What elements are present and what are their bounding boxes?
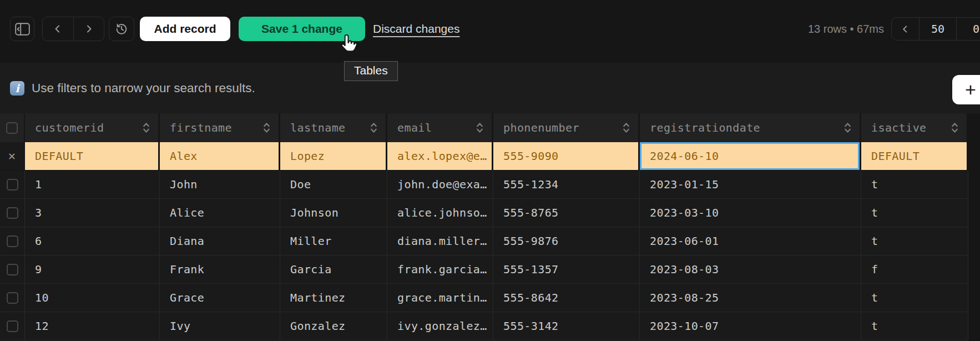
cell-lastname[interactable]: Garcia [280, 255, 387, 284]
cell-firstname[interactable]: Frank [160, 255, 280, 284]
cell-customerid[interactable]: 6 [25, 227, 160, 255]
toggle-sidebar-button[interactable] [10, 17, 34, 41]
cell-firstname[interactable]: Ivy [160, 312, 280, 340]
column-header-isactive[interactable]: isactive [861, 113, 968, 142]
sort-icon [476, 121, 484, 135]
sort-icon [142, 121, 150, 135]
chevron-left-icon [901, 24, 910, 34]
cell-phonenumber[interactable]: 555-8765 [493, 199, 640, 227]
page-size-input[interactable]: 50 [919, 18, 957, 40]
remove-new-row-cell: ✕ [0, 142, 25, 170]
cell-phonenumber[interactable]: 555-9876 [493, 227, 640, 255]
cell-registrationdate-selected[interactable]: 2024-06-10 [640, 142, 861, 170]
column-header-lastname[interactable]: lastname [280, 113, 387, 142]
cell-firstname[interactable]: Diana [160, 227, 280, 255]
cell-registrationdate[interactable]: 2023-01-15 [640, 170, 861, 199]
column-label: registrationdate [640, 121, 760, 134]
cell-isactive[interactable]: t [861, 312, 968, 340]
add-filter-button[interactable]: + [952, 75, 980, 104]
row-checkbox[interactable] [7, 235, 18, 247]
cell-firstname[interactable]: Grace [160, 284, 280, 312]
back-button[interactable] [43, 17, 73, 41]
cell-registrationdate[interactable]: 2023-06-01 [640, 227, 861, 255]
remove-row-icon[interactable]: ✕ [8, 150, 16, 162]
column-header-firstname[interactable]: firstname [160, 113, 280, 142]
cell-lastname[interactable]: Miller [280, 227, 387, 255]
cell-customerid[interactable]: 3 [25, 199, 160, 227]
row-checkbox[interactable] [7, 207, 18, 219]
cell-isactive[interactable]: DEFAULT [861, 142, 968, 170]
table-row: 10 Grace Martinez grace.martin… 555-8642… [0, 284, 968, 312]
cell-isactive[interactable]: t [861, 227, 968, 255]
row-select-cell [0, 284, 25, 312]
add-record-button[interactable]: Add record [140, 17, 230, 41]
column-header-customerid[interactable]: customerid [25, 113, 160, 142]
select-all-cell [0, 113, 25, 142]
cell-phonenumber[interactable]: 555-3142 [493, 312, 640, 340]
cell-phonenumber[interactable]: 555-1234 [493, 170, 640, 199]
cell-isactive[interactable]: t [861, 284, 968, 312]
toolbar: Add record Save 1 change Discard changes… [0, 0, 980, 63]
row-checkbox[interactable] [7, 264, 18, 275]
cell-lastname[interactable]: Gonzalez [280, 312, 387, 340]
table-row: 12 Ivy Gonzalez ivy.gonzalez… 555-3142 2… [0, 312, 968, 340]
cell-isactive[interactable]: t [861, 199, 968, 227]
sort-icon [262, 121, 271, 135]
cell-customerid[interactable]: 9 [25, 255, 160, 284]
discard-changes-link[interactable]: Discard changes [373, 17, 459, 41]
cell-phonenumber[interactable]: 555-8642 [493, 284, 640, 312]
cell-email[interactable]: grace.martin… [387, 284, 493, 312]
cell-customerid[interactable]: 10 [25, 284, 160, 312]
cell-lastname[interactable]: Johnson [280, 199, 387, 227]
select-all-checkbox[interactable] [6, 122, 18, 134]
cell-customerid[interactable]: DEFAULT [25, 142, 160, 170]
column-label: isactive [861, 121, 927, 134]
page-offset-input[interactable]: 0 [957, 18, 980, 40]
cell-email[interactable]: alex.lopex@e… [387, 142, 493, 170]
row-checkbox[interactable] [7, 292, 18, 304]
cell-firstname[interactable]: John [160, 170, 280, 199]
cell-email[interactable]: ivy.gonzalez… [387, 312, 493, 340]
cell-registrationdate[interactable]: 2023-08-03 [640, 255, 861, 284]
sidebar-collapse-icon [15, 23, 30, 36]
cell-isactive[interactable]: f [861, 255, 968, 284]
cell-registrationdate[interactable]: 2023-03-10 [640, 199, 861, 227]
query-history-button[interactable] [109, 17, 134, 41]
column-header-email[interactable]: email [387, 113, 493, 142]
cell-registrationdate[interactable]: 2023-08-25 [640, 284, 861, 312]
sort-icon [370, 121, 378, 135]
column-header-registrationdate[interactable]: registrationdate [640, 113, 861, 142]
cell-email[interactable]: diana.miller… [387, 227, 493, 255]
table-row: 1 John Doe john.doe@exa… 555-1234 2023-0… [0, 170, 968, 199]
forward-button[interactable] [73, 17, 104, 41]
cell-email[interactable]: john.doe@exa… [387, 170, 493, 199]
cell-email[interactable]: frank.garcia… [387, 255, 493, 284]
sort-icon [622, 121, 630, 135]
cell-firstname[interactable]: Alice [160, 199, 280, 227]
cell-customerid[interactable]: 1 [25, 170, 160, 199]
row-checkbox[interactable] [7, 179, 18, 190]
cell-firstname[interactable]: Alex [160, 142, 280, 170]
cell-lastname[interactable]: Doe [280, 170, 387, 199]
save-changes-button[interactable]: Save 1 change [239, 17, 365, 41]
column-header-phonenumber[interactable]: phonenumber [493, 113, 640, 142]
column-label: lastname [280, 121, 346, 134]
chevron-right-icon [84, 24, 94, 34]
cell-phonenumber[interactable]: 555-1357 [493, 255, 640, 284]
row-checkbox[interactable] [7, 320, 18, 332]
row-select-cell [0, 227, 25, 255]
history-nav-group [42, 17, 104, 41]
cell-phonenumber[interactable]: 555-9090 [493, 142, 640, 170]
cell-registrationdate[interactable]: 2023-10-07 [640, 312, 861, 340]
table-row-new-record: ✕ DEFAULT Alex Lopez alex.lopex@e… 555-9… [0, 142, 968, 170]
cell-email[interactable]: alice.johnso… [387, 199, 493, 227]
pagination-control: 50 0 [891, 17, 980, 41]
table-row: 6 Diana Miller diana.miller… 555-9876 20… [0, 227, 968, 255]
previous-page-button[interactable] [892, 18, 919, 40]
cell-lastname[interactable]: Martinez [280, 284, 387, 312]
cell-lastname[interactable]: Lopez [280, 142, 387, 170]
table-row: 9 Frank Garcia frank.garcia… 555-1357 20… [0, 255, 968, 284]
cell-isactive[interactable]: t [861, 170, 968, 199]
cell-customerid[interactable]: 12 [25, 312, 160, 340]
row-count-status: 13 rows • 67ms [808, 17, 884, 41]
